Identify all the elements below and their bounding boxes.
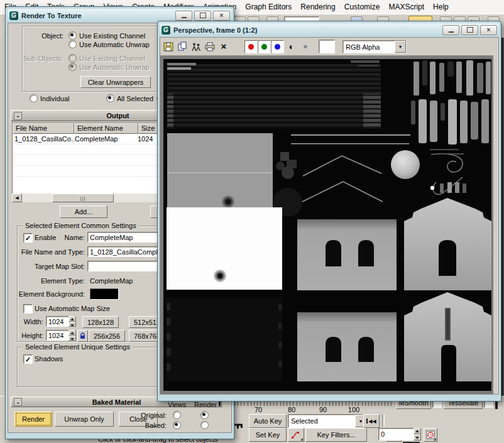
scrollbar-thumb[interactable]: |||: [52, 194, 114, 202]
element-background-label: Element Background:: [17, 290, 85, 298]
size-768-label: 768x768: [134, 332, 160, 340]
minimize-icon: [449, 31, 454, 33]
lock-aspect-button[interactable]: [77, 330, 88, 342]
timeline-tick-100: 100: [344, 406, 363, 413]
close-button[interactable]: ×: [213, 11, 230, 21]
menu-item-rendering[interactable]: Rendering: [296, 3, 339, 11]
clear-unwrappers-button[interactable]: Clear Unwrappers: [80, 76, 151, 88]
element-type-value: CompleteMap: [90, 277, 133, 285]
size-128-label: 128x128: [87, 319, 114, 326]
vfb-title-bar[interactable]: G Perspective, frame 0 (1:2) ×: [160, 23, 499, 37]
subobjects-use-auto-radio: [68, 63, 77, 71]
all-selected-radio[interactable]: [106, 94, 114, 102]
object-label: Object:: [21, 32, 63, 40]
baked-texture-image: [163, 59, 491, 391]
individual-radio[interactable]: [30, 94, 38, 102]
vfb-body: × ◐ ● RGB Alpha ▼: [160, 37, 499, 395]
width-label: Width:: [19, 318, 43, 325]
minimize-button[interactable]: [175, 11, 192, 21]
element-name-field[interactable]: [87, 232, 162, 243]
name-label: Name:: [61, 234, 85, 241]
color-swatch[interactable]: [319, 40, 335, 53]
size-256-label: 256x256: [94, 332, 120, 340]
menu-item-graph-editors[interactable]: Graph Editors: [241, 3, 296, 11]
unwrap-only-label: Unwrap Only: [64, 415, 104, 423]
red-channel-icon: [248, 44, 254, 50]
clear-button[interactable]: ×: [218, 40, 229, 52]
menu-item-customize[interactable]: Customize: [340, 3, 385, 11]
unwrap-only-button[interactable]: Unwrap Only: [55, 412, 114, 427]
column-file-name[interactable]: File Name: [13, 123, 74, 134]
key-filters-button[interactable]: Key Filters...: [305, 428, 367, 442]
target-map-slot-label: Target Map Slot:: [25, 263, 85, 270]
size-512-label: 512x512: [134, 319, 160, 326]
width-field[interactable]: [46, 316, 71, 327]
column-element-name[interactable]: Element Name: [74, 123, 138, 134]
channel-display-dropdown[interactable]: RGB Alpha ▼: [342, 40, 407, 53]
original-views-radio[interactable]: [173, 411, 181, 419]
max-logo-icon: G: [162, 26, 170, 35]
height-field[interactable]: [46, 330, 71, 341]
baked-render-radio[interactable]: [200, 421, 209, 429]
height-spinner[interactable]: [68, 330, 76, 341]
save-bitmap-button[interactable]: [163, 41, 174, 52]
monochrome-icon: ●: [303, 41, 308, 51]
original-render-radio[interactable]: [200, 411, 209, 419]
shadows-checkbox[interactable]: ✓: [23, 354, 33, 364]
blue-channel-toggle[interactable]: [271, 40, 284, 53]
shadows-label: Shadows: [35, 355, 63, 363]
render-label: Render: [22, 415, 45, 423]
frame-spinner[interactable]: [414, 428, 421, 440]
monochrome-toggle[interactable]: ●: [300, 40, 311, 52]
width-spinner[interactable]: [68, 316, 76, 327]
use-automatic-map-size-checkbox[interactable]: [23, 304, 33, 314]
set-key-button[interactable]: Set Key: [249, 428, 287, 442]
default-tangent-button[interactable]: [288, 428, 304, 442]
size-128-button[interactable]: 128x128: [82, 316, 119, 328]
key-selection-value: Selected: [288, 417, 355, 425]
current-frame-field[interactable]: [378, 428, 415, 440]
clone-window-button[interactable]: [177, 41, 188, 52]
go-to-start-button[interactable]: ◀◀: [363, 414, 380, 428]
check-icon: ✓: [25, 235, 31, 241]
element-background-swatch[interactable]: [90, 288, 119, 300]
channels-button[interactable]: [190, 41, 202, 52]
render-button[interactable]: Render: [14, 412, 52, 427]
baked-label: Baked:: [134, 422, 167, 429]
maximize-button[interactable]: [461, 25, 478, 35]
scroll-left-icon: ◀: [15, 195, 18, 200]
minimize-button[interactable]: [442, 25, 459, 35]
baked-views-radio[interactable]: [173, 421, 181, 429]
object-use-existing-radio[interactable]: [68, 31, 77, 40]
enable-checkbox[interactable]: ✓: [23, 233, 33, 243]
green-channel-toggle[interactable]: [258, 40, 271, 53]
key-selection-dropdown[interactable]: Selected ▼: [288, 414, 367, 428]
red-channel-toggle[interactable]: [244, 40, 258, 53]
menu-item-maxscript[interactable]: MAXScript: [384, 3, 429, 11]
render-canvas[interactable]: [160, 56, 493, 394]
green-channel-icon: [261, 44, 267, 50]
maximize-button[interactable]: [194, 11, 211, 21]
print-button[interactable]: [204, 41, 216, 52]
menu-item-help[interactable]: Help: [429, 3, 453, 11]
common-settings-title: Selected Element Common Settings: [23, 222, 139, 229]
time-configuration-button[interactable]: [424, 428, 437, 442]
clear-unwrappers-label: Clear Unwrappers: [88, 79, 144, 86]
rendered-frame-window: G Perspective, frame 0 (1:2) ×: [157, 21, 501, 402]
collapse-icon[interactable]: -: [14, 112, 22, 120]
timeline-ruler[interactable]: [221, 402, 395, 406]
copy-icon: [177, 41, 187, 52]
collapse-icon[interactable]: -: [14, 398, 22, 406]
close-icon: ×: [487, 27, 491, 33]
auto-key-button[interactable]: Auto Key: [249, 414, 287, 428]
size-256-button[interactable]: 256x256: [89, 330, 125, 342]
chevron-down-icon[interactable]: ▼: [395, 41, 406, 53]
original-label: Original:: [134, 412, 167, 419]
object-use-auto-radio[interactable]: [68, 40, 77, 48]
enable-label: Enable: [35, 234, 56, 241]
add-element-button[interactable]: Add...: [60, 205, 107, 218]
scroll-left-button[interactable]: ◀: [12, 194, 22, 202]
alpha-channel-toggle[interactable]: ◐: [286, 40, 297, 52]
close-button[interactable]: ×: [480, 25, 497, 35]
height-label: Height:: [16, 332, 43, 339]
